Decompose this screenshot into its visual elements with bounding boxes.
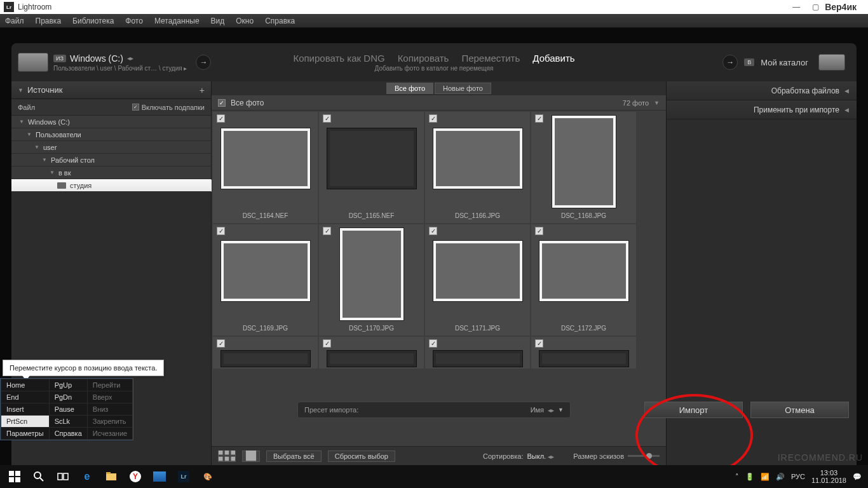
- thumbnail-cell[interactable]: ✓DSC_1169.JPG: [213, 224, 318, 336]
- thumb-checkbox[interactable]: ✓: [535, 339, 543, 348]
- cancel-button[interactable]: Отмена: [750, 402, 849, 418]
- thumb-checkbox[interactable]: ✓: [429, 114, 437, 123]
- tab-all-photos[interactable]: Все фото: [386, 83, 433, 94]
- explorer-icon[interactable]: [99, 465, 123, 488]
- deselect-all-button[interactable]: Сбросить выбор: [328, 451, 395, 462]
- tray-chevron-icon[interactable]: ˄: [735, 473, 739, 481]
- minimize-button[interactable]: —: [787, 3, 806, 11]
- section-disclosure-icon[interactable]: ▼: [654, 100, 660, 106]
- osk-key[interactable]: Закрепить: [87, 416, 132, 428]
- wifi-icon[interactable]: 📶: [761, 473, 770, 481]
- osk-key[interactable]: ScLk: [49, 416, 87, 428]
- thumb-checkbox[interactable]: ✓: [535, 114, 543, 123]
- onscreen-keyboard[interactable]: HomePgUpПерейтиEndPgDnВверхInsertPauseВн…: [0, 378, 133, 440]
- thumb-checkbox[interactable]: ✓: [323, 227, 331, 235]
- thumbnail-cell[interactable]: ✓DSC_1168.JPG: [531, 112, 636, 223]
- thumbnail-cell[interactable]: ✓: [319, 337, 424, 369]
- thumbnail-image: [221, 128, 310, 189]
- thumbnail-cell[interactable]: ✓DSC_1166.JPG: [425, 112, 530, 223]
- tree-node[interactable]: ▼Пользователи: [11, 128, 211, 141]
- lightroom-taskbar-icon[interactable]: Lr: [172, 465, 196, 488]
- menu-file[interactable]: Файл: [5, 17, 24, 25]
- source-selector[interactable]: ИЗ Windows (C:) ◂▸ Пользователи \ user \…: [53, 53, 187, 72]
- notifications-icon[interactable]: 💬: [853, 473, 862, 481]
- tab-new-photos[interactable]: Новые фото: [435, 83, 491, 94]
- sort-dropdown[interactable]: Выкл. ◂▸: [527, 452, 554, 460]
- file-handling-section[interactable]: Обработка файлов◀: [667, 81, 857, 100]
- source-panel-header[interactable]: ▼ Источник +: [11, 81, 211, 99]
- osk-key[interactable]: Home: [1, 379, 50, 391]
- osk-key[interactable]: Справка: [49, 428, 87, 440]
- select-all-checkbox[interactable]: ✓: [218, 99, 226, 107]
- thumb-checkbox[interactable]: ✓: [323, 339, 331, 348]
- maximize-button[interactable]: ▢: [806, 3, 825, 11]
- action-copy[interactable]: Копировать: [398, 53, 449, 64]
- edge-icon[interactable]: e: [75, 465, 99, 488]
- app-icon-1[interactable]: [147, 465, 172, 488]
- source-forward-button[interactable]: →: [196, 55, 211, 70]
- thumbnail-cell[interactable]: ✓DSC_1171.JPG: [425, 224, 530, 336]
- thumb-checkbox[interactable]: ✓: [535, 227, 543, 235]
- action-add[interactable]: Добавить: [532, 53, 574, 64]
- menu-edit[interactable]: Правка: [36, 17, 62, 25]
- dest-forward-button[interactable]: →: [722, 55, 738, 70]
- select-all-button[interactable]: Выбрать всё: [266, 451, 322, 462]
- thumbnail-cell[interactable]: ✓: [425, 337, 530, 369]
- battery-icon[interactable]: 🔋: [745, 473, 754, 481]
- thumbnail-cell[interactable]: ✓: [213, 337, 318, 369]
- tree-node[interactable]: ▼user: [11, 141, 211, 154]
- action-copy-dng[interactable]: Копировать как DNG: [293, 53, 384, 64]
- thumb-size-slider[interactable]: [628, 455, 660, 457]
- osk-key[interactable]: Вниз: [87, 403, 132, 416]
- view-grid-button[interactable]: [218, 451, 236, 462]
- start-button[interactable]: [3, 465, 27, 488]
- thumb-checkbox[interactable]: ✓: [429, 227, 437, 235]
- osk-key[interactable]: Вверх: [87, 391, 132, 403]
- volume-icon[interactable]: 🔊: [776, 473, 785, 481]
- osk-key[interactable]: End: [1, 391, 50, 403]
- add-source-button[interactable]: +: [200, 85, 205, 95]
- osk-key[interactable]: PgUp: [49, 379, 87, 391]
- thumbnail-cell[interactable]: ✓: [531, 337, 636, 369]
- thumb-checkbox[interactable]: ✓: [217, 114, 225, 123]
- import-button[interactable]: Импорт: [644, 402, 743, 418]
- include-subfolders-checkbox[interactable]: ✓ Включать подпапки: [132, 104, 205, 111]
- search-icon[interactable]: [27, 465, 51, 488]
- thumbnail-cell[interactable]: ✓DSC_1170.JPG: [319, 224, 424, 336]
- thumb-checkbox[interactable]: ✓: [217, 227, 225, 235]
- thumbnail-cell[interactable]: ✓DSC_1172.JPG: [531, 224, 636, 336]
- task-view-icon[interactable]: [51, 465, 75, 488]
- apply-during-import-section[interactable]: Применить при импорте◀: [667, 100, 857, 119]
- osk-key[interactable]: Исчезание: [87, 428, 132, 440]
- clock[interactable]: 13:03 11.01.2018: [811, 469, 846, 484]
- tree-node[interactable]: студия: [11, 179, 211, 192]
- thumb-checkbox[interactable]: ✓: [429, 339, 437, 348]
- menu-view[interactable]: Вид: [211, 17, 225, 25]
- osk-key[interactable]: Pause: [49, 403, 87, 416]
- osk-key[interactable]: PgDn: [49, 391, 87, 403]
- tree-node[interactable]: ▼в вк: [11, 166, 211, 179]
- osk-key[interactable]: Перейти: [87, 379, 132, 391]
- action-move[interactable]: Переместить: [461, 53, 520, 64]
- language-indicator[interactable]: РУС: [791, 473, 805, 480]
- osk-key[interactable]: PrtScn: [1, 416, 50, 428]
- osk-key[interactable]: Параметры: [1, 428, 50, 440]
- paint-icon[interactable]: 🎨: [196, 465, 220, 488]
- menu-help[interactable]: Справка: [265, 17, 295, 25]
- thumb-checkbox[interactable]: ✓: [217, 339, 225, 348]
- menu-window[interactable]: Окно: [236, 17, 254, 25]
- menu-photo[interactable]: Фото: [125, 17, 143, 25]
- dest-catalog-label[interactable]: Мой каталог: [761, 58, 808, 67]
- thumb-checkbox[interactable]: ✓: [323, 114, 331, 123]
- yandex-icon[interactable]: Y: [123, 465, 147, 488]
- thumbnail-cell[interactable]: ✓DSC_1165.NEF: [319, 112, 424, 223]
- import-preset-bar[interactable]: Пресет импорта: Имя◂▸▼: [297, 402, 571, 418]
- view-loupe-button[interactable]: [242, 451, 260, 462]
- tree-node[interactable]: ▼Windows (C:): [11, 116, 211, 128]
- osk-key[interactable]: Insert: [1, 403, 50, 416]
- file-label: Файл: [18, 104, 35, 111]
- tree-node[interactable]: ▼Рабочий стол: [11, 154, 211, 166]
- menu-library[interactable]: Библиотека: [72, 17, 114, 25]
- thumbnail-cell[interactable]: ✓DSC_1164.NEF: [213, 112, 318, 223]
- menu-metadata[interactable]: Метаданные: [154, 17, 200, 25]
